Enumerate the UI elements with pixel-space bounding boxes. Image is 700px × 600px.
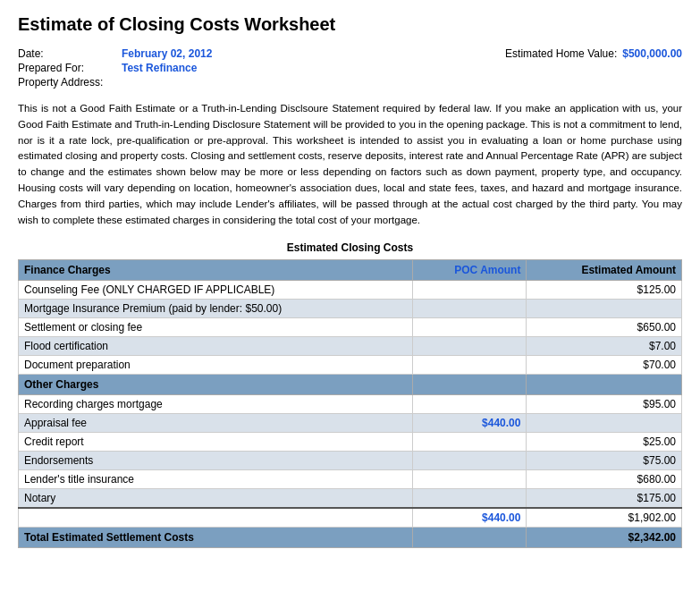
subtotal-poc: $440.00 [412,508,527,528]
row-est: $70.00 [527,355,682,374]
row-item: Settlement or closing fee [19,317,413,336]
table-row: Settlement or closing fee $650.00 [19,317,682,336]
col-est-header: Estimated Amount [527,259,682,280]
table-row: Recording charges mortgage $95.00 [19,394,682,413]
row-item: Appraisal fee [19,413,413,432]
row-poc [412,280,527,299]
finance-charges-header: Finance Charges POC Amount Estimated Amo… [19,259,682,280]
row-poc [412,355,527,374]
table-row: Credit report $25.00 [19,432,682,451]
row-item: Flood certification [19,336,413,355]
row-est: $95.00 [527,394,682,413]
col-item-header: Finance Charges [19,259,413,280]
prepared-label: Prepared For: [18,62,116,74]
header-left: Date: February 02, 2012 Prepared For: Te… [18,47,350,90]
row-est: $75.00 [527,451,682,469]
header-section: Date: February 02, 2012 Prepared For: Te… [18,47,682,90]
row-est [527,299,682,317]
row-est [527,413,682,432]
row-item: Credit report [19,432,413,451]
prepared-value: Test Refinance [122,62,197,74]
row-est: $680.00 [527,469,682,488]
row-item: Mortgage Insurance Premium (paid by lend… [19,299,413,317]
page-title: Estimate of Closing Costs Worksheet [18,14,682,35]
property-label: Property Address: [18,76,116,89]
row-item: Endorsements [19,451,413,469]
table-row: Lender's title insurance $680.00 [19,469,682,488]
col-poc-header: POC Amount [412,259,527,280]
row-item: Recording charges mortgage [19,394,413,413]
date-label: Date: [18,47,116,60]
table-row: Flood certification $7.00 [19,336,682,355]
row-poc: $440.00 [412,413,527,432]
row-est: $125.00 [527,280,682,299]
table-row: Counseling Fee (ONLY CHARGED IF APPLICAB… [19,280,682,299]
total-row: Total Estimated Settlement Costs $2,342.… [19,527,682,547]
home-value: $500,000.00 [622,47,682,60]
other-charges-label: Other Charges [19,374,413,394]
other-charges-poc-col [412,374,527,394]
subtotal-est: $1,902.00 [527,508,682,528]
row-est: $25.00 [527,432,682,451]
section-title: Estimated Closing Costs [18,241,682,254]
total-poc [412,527,527,547]
row-poc [412,451,527,469]
row-poc [412,469,527,488]
row-poc [412,299,527,317]
other-charges-est-col [527,374,682,394]
row-item: Counseling Fee (ONLY CHARGED IF APPLICAB… [19,280,413,299]
total-est: $2,342.00 [527,527,682,547]
table-row: Endorsements $75.00 [19,451,682,469]
subtotal-item [19,508,413,528]
row-poc [412,394,527,413]
row-poc [412,488,527,508]
table-row: Document preparation $70.00 [19,355,682,374]
row-item: Notary [19,488,413,508]
date-value: February 02, 2012 [122,47,212,60]
table-row: Mortgage Insurance Premium (paid by lend… [19,299,682,317]
other-charges-header: Other Charges [19,374,682,394]
disclaimer-text: This is not a Good Faith Estimate or a T… [18,101,682,229]
row-est: $7.00 [527,336,682,355]
closing-costs-table: Finance Charges POC Amount Estimated Amo… [18,259,682,548]
row-est: $175.00 [527,488,682,508]
row-item: Document preparation [19,355,413,374]
row-item: Lender's title insurance [19,469,413,488]
table-row: Notary $175.00 [19,488,682,508]
total-label: Total Estimated Settlement Costs [19,527,413,547]
header-right: Estimated Home Value: $500,000.00 [350,47,683,90]
home-value-label: Estimated Home Value: [505,47,617,60]
subtotal-row: $440.00 $1,902.00 [19,508,682,528]
row-poc [412,336,527,355]
row-est: $650.00 [527,317,682,336]
row-poc [412,432,527,451]
table-row: Appraisal fee $440.00 [19,413,682,432]
row-poc [412,317,527,336]
